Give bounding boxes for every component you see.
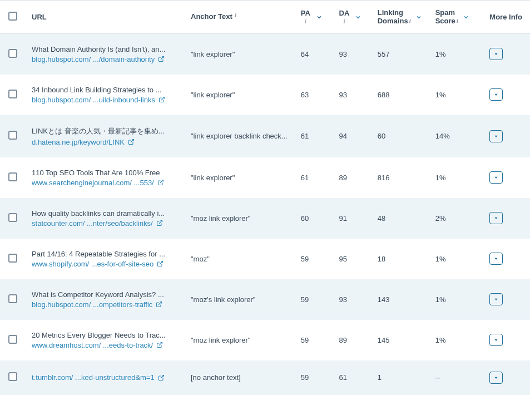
page-title: What is Competitor Keyword Analysis? ... xyxy=(32,290,177,299)
domain-link[interactable]: www.searchenginejournal.com/ ...553/ xyxy=(32,179,154,187)
external-link-icon[interactable] xyxy=(158,374,165,381)
more-info-button[interactable] xyxy=(489,48,503,60)
info-icon[interactable]: i xyxy=(343,18,345,25)
linking-domains-value: 60 xyxy=(371,115,429,157)
header-anchor-label: Anchor Text xyxy=(191,13,232,21)
anchor-text: "moz link explorer" xyxy=(191,214,288,223)
header-url[interactable]: URL xyxy=(32,13,47,21)
external-link-icon[interactable] xyxy=(157,260,164,267)
da-value: 94 xyxy=(333,115,371,157)
spam-score-value: 1% xyxy=(429,75,483,115)
svg-line-12 xyxy=(158,302,162,305)
svg-line-2 xyxy=(161,97,165,101)
chevron-down-icon xyxy=(355,14,361,21)
select-all-checkbox[interactable] xyxy=(8,12,17,21)
chevron-down-icon xyxy=(463,14,469,21)
spam-score-value: 1% xyxy=(429,239,483,279)
table-row: What is Competitor Keyword Analysis? ...… xyxy=(0,279,530,320)
row-checkbox[interactable] xyxy=(8,372,17,381)
table-row: What Domain Authority Is (and Isn't), an… xyxy=(0,33,530,75)
domain-link[interactable]: blog.hubspot.com/ ...uild-inbound-links xyxy=(32,96,155,104)
table-header-row: URL Anchor Text i PA i xyxy=(0,1,530,34)
more-info-button[interactable] xyxy=(489,212,503,224)
linking-domains-value: 18 xyxy=(371,239,429,279)
svg-marker-7 xyxy=(495,177,498,179)
linking-domains-value: 143 xyxy=(371,279,429,320)
anchor-text: "moz's link explorer" xyxy=(191,295,288,304)
anchor-text: "link explorer backlink check... xyxy=(191,132,288,140)
page-title: How quality backlinks can dramatically i… xyxy=(32,209,177,218)
header-da-label: DA xyxy=(339,9,350,18)
more-info-button[interactable] xyxy=(489,334,503,346)
more-info-button[interactable] xyxy=(489,293,503,305)
table-row: 110 Top SEO Tools That Are 100% Freewww.… xyxy=(0,157,530,198)
domain-link[interactable]: d.hatena.ne.jp/keyword/LINK xyxy=(32,138,125,146)
table-row: LINKとは 音楽の人気・最新記事を集め...d.hatena.ne.jp/ke… xyxy=(0,115,530,157)
svg-marker-17 xyxy=(495,377,498,379)
anchor-text: "link explorer" xyxy=(191,50,288,58)
table-row: Part 14/16: 4 Repeatable Strategies for … xyxy=(0,239,530,279)
external-link-icon[interactable] xyxy=(158,56,165,62)
row-checkbox[interactable] xyxy=(8,131,17,140)
row-checkbox[interactable] xyxy=(8,49,17,58)
linking-domains-value: 816 xyxy=(371,157,429,198)
svg-marker-13 xyxy=(495,299,498,300)
domain-link[interactable]: statcounter.com/ ...nter/seo/backlinks/ xyxy=(32,219,153,228)
svg-line-16 xyxy=(161,375,164,378)
info-icon[interactable]: i xyxy=(457,17,458,24)
more-info-button[interactable] xyxy=(489,171,503,184)
domain-link[interactable]: www.dreamhost.com/ ...eeds-to-track/ xyxy=(32,341,153,349)
row-checkbox[interactable] xyxy=(8,90,17,98)
anchor-text: "moz" xyxy=(191,255,288,263)
pa-value: 64 xyxy=(294,33,333,75)
more-info-button[interactable] xyxy=(489,253,503,265)
header-da[interactable]: DA i xyxy=(339,9,362,25)
header-ld-label-2: Domains xyxy=(378,17,408,26)
page-title: Part 14/16: 4 Repeatable Strategies for … xyxy=(32,250,177,258)
header-linking-domains[interactable]: Linking Domains i xyxy=(378,9,422,26)
external-link-icon[interactable] xyxy=(128,139,135,145)
header-ss-label-2: Score xyxy=(435,17,455,26)
info-icon[interactable]: i xyxy=(235,12,236,19)
da-value: 93 xyxy=(333,75,371,115)
page-title: 20 Metrics Every Blogger Needs to Trac..… xyxy=(32,331,177,339)
spam-score-value: 2% xyxy=(429,198,483,239)
linking-domains-value: 1 xyxy=(371,360,429,395)
info-icon[interactable]: i xyxy=(409,17,411,24)
external-link-icon[interactable] xyxy=(156,220,163,226)
pa-value: 61 xyxy=(294,115,333,157)
spam-score-value: 14% xyxy=(429,115,483,157)
svg-line-14 xyxy=(159,343,162,346)
header-url-label: URL xyxy=(32,13,47,21)
da-value: 93 xyxy=(333,33,371,75)
spam-score-value: 1% xyxy=(429,320,483,360)
spam-score-value: 1% xyxy=(429,33,483,75)
pa-value: 59 xyxy=(294,360,333,395)
svg-line-4 xyxy=(131,140,134,143)
table-row: t.tumblr.com/ ...ked-unstructured&m=1[no… xyxy=(0,360,530,395)
more-info-button[interactable] xyxy=(489,130,503,142)
svg-marker-15 xyxy=(495,339,498,341)
da-value: 89 xyxy=(333,157,371,198)
row-checkbox[interactable] xyxy=(8,213,17,222)
header-ld-label-1: Linking xyxy=(378,9,403,17)
more-info-button[interactable] xyxy=(489,372,503,384)
header-spam-score[interactable]: Spam Score i xyxy=(435,9,469,26)
row-checkbox[interactable] xyxy=(8,254,17,263)
header-anchor[interactable]: Anchor Text i xyxy=(191,13,235,21)
row-checkbox[interactable] xyxy=(8,294,17,303)
header-pa[interactable]: PA i xyxy=(301,9,323,25)
domain-link[interactable]: www.shopify.com/ ...es-for-off-site-seo xyxy=(32,260,153,268)
row-checkbox[interactable] xyxy=(8,335,17,344)
external-link-icon[interactable] xyxy=(156,301,162,308)
external-link-icon[interactable] xyxy=(157,179,164,186)
da-value: 61 xyxy=(333,360,371,395)
info-icon[interactable]: i xyxy=(305,18,306,25)
more-info-button[interactable] xyxy=(489,88,503,101)
external-link-icon[interactable] xyxy=(156,342,163,348)
domain-link[interactable]: blog.hubspot.com/ .../domain-authority xyxy=(32,55,155,63)
row-checkbox[interactable] xyxy=(8,172,17,181)
domain-link[interactable]: blog.hubspot.com/ ...ompetitors-traffic xyxy=(32,300,152,309)
domain-link[interactable]: t.tumblr.com/ ...ked-unstructured&m=1 xyxy=(32,373,155,382)
external-link-icon[interactable] xyxy=(158,96,165,103)
